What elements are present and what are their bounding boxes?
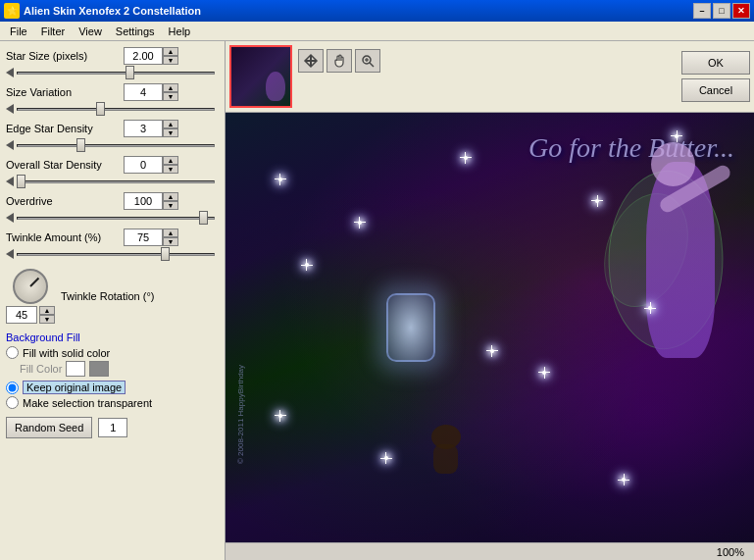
size-variation-down[interactable]: ▼: [163, 92, 178, 101]
hand-icon: [331, 53, 347, 69]
overdrive-down[interactable]: ▼: [163, 201, 178, 210]
overall-star-density-thumb[interactable]: [17, 175, 25, 188]
edge-star-density-thumb[interactable]: [76, 138, 85, 152]
make-transparent-radio[interactable]: [6, 396, 19, 409]
zoom-level: 100%: [717, 546, 744, 558]
overall-star-density-track[interactable]: [17, 175, 215, 188]
image-view: Go for the Butter...: [226, 113, 754, 542]
size-variation-track[interactable]: [17, 102, 215, 116]
overall-star-density-input[interactable]: [124, 156, 163, 174]
twinkle-rotation-down[interactable]: ▼: [39, 315, 55, 324]
ok-cancel-section: OK Cancel: [681, 45, 750, 108]
twinkle-amount-thumb[interactable]: [161, 247, 170, 261]
twinkle-rotation-input[interactable]: [6, 306, 37, 324]
size-variation-up[interactable]: ▲: [163, 83, 178, 92]
fill-color-label: Fill Color: [20, 363, 62, 375]
keep-original-radio[interactable]: [6, 382, 19, 394]
fill-solid-row: Fill with solid color: [6, 346, 219, 359]
menu-settings[interactable]: Settings: [110, 25, 161, 38]
zoom-tool-button[interactable]: [355, 49, 380, 73]
fill-color-swatch-white[interactable]: [66, 361, 85, 377]
twinkle-amount-track[interactable]: [17, 247, 215, 261]
edge-star-density-row: Edge Star Density ▲ ▼: [6, 120, 219, 152]
menu-view[interactable]: View: [73, 25, 108, 38]
overdrive-thumb[interactable]: [199, 211, 208, 225]
star-size-input[interactable]: [124, 47, 163, 65]
star-size-spinner[interactable]: ▲ ▼: [124, 47, 178, 65]
star-size-thumb[interactable]: [126, 66, 134, 79]
twinkle-amount-down[interactable]: ▼: [163, 237, 178, 246]
edge-star-density-input[interactable]: [124, 120, 163, 137]
overall-star-density-row: Overall Star Density ▲ ▼: [6, 156, 219, 188]
overdrive-up[interactable]: ▲: [163, 192, 178, 201]
sparkle-7: [595, 199, 599, 203]
size-variation-spinner[interactable]: ▲ ▼: [124, 83, 178, 101]
edge-star-density-triangle: [6, 140, 14, 150]
twinkle-amount-up[interactable]: ▲: [163, 229, 178, 237]
twinkle-amount-spinner[interactable]: ▲ ▼: [124, 229, 178, 246]
minimize-button[interactable]: –: [693, 3, 711, 19]
star-size-down[interactable]: ▼: [163, 56, 178, 65]
overdrive-buttons[interactable]: ▲ ▼: [163, 192, 178, 210]
menu-help[interactable]: Help: [163, 25, 197, 38]
close-button[interactable]: ✕: [732, 3, 750, 19]
edge-star-density-buttons[interactable]: ▲ ▼: [163, 120, 178, 137]
cancel-button[interactable]: Cancel: [681, 78, 750, 102]
edge-star-density-track[interactable]: [17, 138, 215, 152]
star-size-triangle: [6, 68, 14, 77]
fill-color-swatch-dark[interactable]: [89, 361, 109, 377]
right-section: OK Cancel Go for the Butter...: [226, 41, 754, 560]
edge-star-density-down[interactable]: ▼: [163, 128, 178, 137]
sparkle-10: [490, 349, 494, 353]
twinkle-amount-label: Twinkle Amount (%): [6, 231, 124, 243]
sparkle-1: [278, 178, 282, 181]
fill-color-row: Fill Color: [20, 361, 219, 377]
twinkle-rotation-dial[interactable]: [13, 269, 48, 304]
overdrive-track[interactable]: [17, 211, 215, 225]
overdrive-input[interactable]: [124, 192, 163, 210]
overdrive-row: Overdrive ▲ ▼: [6, 192, 219, 225]
overdrive-spinner[interactable]: ▲ ▼: [124, 192, 178, 210]
star-size-spinner-buttons[interactable]: ▲ ▼: [163, 47, 178, 65]
edge-star-density-spinner[interactable]: ▲ ▼: [124, 120, 178, 137]
overall-star-density-up[interactable]: ▲: [163, 156, 178, 165]
titlebar-left: 🌟 Alien Skin Xenofex 2 Constellation: [4, 3, 201, 19]
size-variation-thumb[interactable]: [96, 102, 105, 116]
size-variation-buttons[interactable]: ▲ ▼: [163, 83, 178, 101]
tool-row: [298, 49, 380, 73]
pan-tool-button[interactable]: [298, 49, 324, 73]
sparkle-4: [305, 263, 309, 267]
twinkle-amount-buttons[interactable]: ▲ ▼: [163, 229, 178, 246]
twinkle-rotation-section: ▲ ▼ Twinkle Rotation (°): [6, 269, 219, 324]
app-window: 🌟 Alien Skin Xenofex 2 Constellation – □…: [0, 0, 754, 560]
keep-original-label: Keep original image: [23, 381, 126, 394]
star-size-up[interactable]: ▲: [163, 47, 178, 56]
star-size-slider-row: [6, 66, 219, 79]
fill-solid-radio[interactable]: [6, 346, 19, 359]
app-icon: 🌟: [4, 3, 20, 19]
keep-original-row: Keep original image: [6, 381, 219, 394]
fill-solid-label: Fill with solid color: [23, 347, 110, 359]
menu-filter[interactable]: Filter: [35, 25, 71, 38]
twinkle-rotation-buttons[interactable]: ▲ ▼: [39, 306, 55, 324]
twinkle-amount-input[interactable]: [124, 229, 163, 246]
star-size-track[interactable]: [17, 66, 215, 79]
pan-icon: [303, 53, 319, 69]
random-seed-input[interactable]: [98, 418, 127, 437]
size-variation-input[interactable]: [124, 83, 163, 101]
star-size-row: Star Size (pixels) ▲ ▼: [6, 47, 219, 79]
overall-star-density-spinner[interactable]: ▲ ▼: [124, 156, 178, 174]
background-fill-title: Background Fill: [6, 331, 219, 343]
titlebar: 🌟 Alien Skin Xenofex 2 Constellation – □…: [0, 0, 754, 22]
ok-button[interactable]: OK: [681, 51, 750, 75]
titlebar-buttons: – □ ✕: [693, 3, 750, 19]
twinkle-rotation-up[interactable]: ▲: [39, 306, 55, 315]
maximize-button[interactable]: □: [713, 3, 730, 19]
overall-star-density-down[interactable]: ▼: [163, 165, 178, 174]
overall-star-density-buttons[interactable]: ▲ ▼: [163, 156, 178, 174]
overdrive-triangle: [6, 213, 14, 223]
menu-file[interactable]: File: [4, 25, 33, 38]
hand-tool-button[interactable]: [327, 49, 352, 73]
random-seed-button[interactable]: Random Seed: [6, 417, 92, 438]
edge-star-density-up[interactable]: ▲: [163, 120, 178, 128]
